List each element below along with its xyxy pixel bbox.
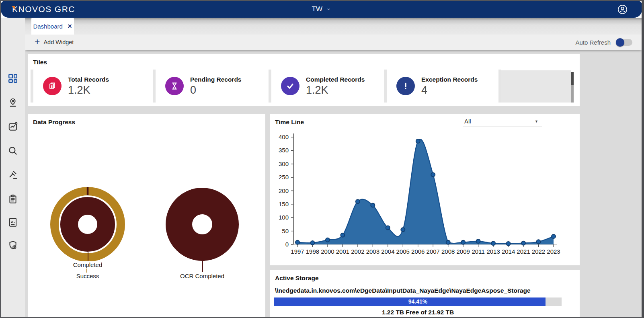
storage-path: \\nedgedata.in.knovos.com\eDgeData\Input… [275, 287, 531, 294]
tile-label: Completed Records [306, 76, 365, 83]
svg-text:2006: 2006 [411, 248, 425, 255]
user-menu-button[interactable] [617, 4, 628, 14]
brand-primary: KNOVOS [11, 4, 52, 14]
clipboard-icon [8, 194, 18, 204]
shield-user-icon [8, 240, 18, 250]
add-widget-label: Add Widget [43, 39, 74, 45]
storage-free-label: 1.22 TB Free of 21.92 TB [274, 309, 562, 316]
timeline-chart[interactable]: 0501001502002503003504001997199820002001… [270, 130, 580, 265]
tile-total-records: Total Records 1.2K [33, 70, 150, 103]
svg-text:2013: 2013 [486, 248, 500, 255]
svg-text:250: 250 [279, 174, 289, 181]
auto-refresh-toggle[interactable] [616, 39, 632, 46]
leader-line [202, 261, 203, 272]
tiles-scrollbar [571, 72, 574, 103]
timeline-filter-select[interactable]: All ▼ [463, 117, 542, 127]
tile-value: 1.2K [68, 84, 109, 96]
tile-divider [31, 70, 33, 103]
chevron-down-icon: ⌄ [326, 6, 331, 10]
svg-text:150: 150 [279, 201, 289, 207]
toggle-knob [616, 38, 624, 47]
workspace-selector[interactable]: TW ⌄ [312, 1, 331, 18]
dashboard-grid-icon [8, 73, 18, 84]
tiles-panel: Tiles Total Records 1.2K [28, 54, 580, 106]
search-icon [8, 146, 18, 156]
close-icon[interactable]: ✕ [68, 23, 72, 29]
sidebar-item-analytics[interactable] [8, 121, 18, 132]
timeline-panel: Time Line All ▼ 050100150200250300350400… [270, 114, 580, 265]
tile-placeholder [501, 70, 571, 103]
svg-text:2009: 2009 [456, 248, 470, 255]
tile-pending-records: Pending Records 0 [156, 70, 272, 103]
report-document-icon [8, 217, 18, 228]
donut-label-ocr-completed: OCR Completed [170, 273, 234, 280]
sidebar-item-search[interactable] [8, 146, 18, 156]
tiles-scrollbar-thumb[interactable] [571, 72, 574, 85]
svg-text:2008: 2008 [441, 248, 455, 255]
tile-exception-records: Exception Records 4 [387, 70, 503, 103]
tile-completed-records: Completed Records 1.2K [271, 70, 388, 103]
donut-chart-ocr[interactable] [162, 184, 242, 265]
brand-secondary: GRC [55, 4, 75, 14]
svg-text:2001: 2001 [336, 248, 349, 255]
add-widget-button[interactable]: + Add Widget [35, 35, 74, 50]
tiles-section-title: Tiles [33, 59, 47, 66]
exclamation-icon [396, 77, 415, 95]
analytics-chart-icon [8, 121, 18, 132]
svg-text:50: 50 [282, 228, 289, 234]
svg-text:1997: 1997 [291, 248, 304, 255]
tile-value: 1.2K [306, 84, 365, 96]
sidebar-item-admin[interactable] [8, 240, 18, 250]
data-progress-title: Data Progress [33, 119, 75, 126]
user-icon [617, 4, 628, 14]
sidebar-item-legal[interactable] [8, 170, 18, 180]
tab-dashboard[interactable]: Dashboard ✕ [31, 18, 74, 35]
active-storage-title: Active Storage [275, 275, 319, 282]
svg-text:350: 350 [279, 147, 289, 154]
sidebar-item-dashboard[interactable] [8, 73, 18, 84]
workspace-label: TW [312, 5, 322, 13]
svg-text:100: 100 [279, 214, 289, 221]
svg-text:0: 0 [285, 241, 289, 248]
svg-text:2000: 2000 [321, 248, 334, 255]
tile-label: Exception Records [421, 76, 478, 83]
svg-text:2011: 2011 [472, 248, 485, 255]
auto-refresh-label: Auto Refresh [575, 39, 611, 46]
svg-text:2021: 2021 [517, 248, 530, 255]
tile-label: Pending Records [190, 76, 241, 83]
svg-text:2022: 2022 [532, 248, 545, 255]
active-storage-panel: Active Storage \\nedgedata.in.knovos.com… [270, 270, 580, 317]
sidebar-item-reports[interactable] [8, 217, 18, 228]
timeline-title: Time Line [275, 119, 304, 126]
caret-down-icon: ▼ [535, 119, 538, 123]
auto-refresh-control: Auto Refresh [575, 35, 632, 50]
donut-label-completed: Completed [55, 261, 120, 269]
storage-percent-label: 94.41% [274, 297, 562, 306]
svg-text:2014: 2014 [502, 248, 515, 255]
svg-text:200: 200 [279, 187, 289, 194]
brand-logo: KNOVOS GRC [11, 1, 75, 18]
svg-text:2023: 2023 [547, 248, 560, 255]
tile-divider [153, 70, 156, 103]
svg-text:300: 300 [279, 160, 289, 167]
storage-progress-bar: 94.41% [274, 297, 562, 306]
hourglass-icon [165, 77, 184, 95]
timeline-filter-value: All [464, 118, 471, 125]
documents-icon [43, 77, 62, 95]
svg-text:2007: 2007 [427, 248, 440, 255]
check-icon [281, 77, 299, 95]
svg-text:400: 400 [279, 133, 289, 140]
svg-text:1998: 1998 [306, 248, 319, 255]
dashboard-toolbar: + Add Widget Auto Refresh [25, 35, 642, 50]
svg-text:2002: 2002 [351, 248, 364, 255]
leader-line [88, 252, 88, 261]
sidebar-item-data-map[interactable] [8, 97, 18, 108]
tile-label: Total Records [68, 76, 109, 83]
sidebar-item-tasks[interactable] [8, 194, 18, 204]
tab-bar: Dashboard ✕ [25, 18, 642, 35]
location-pin-icon [8, 97, 18, 108]
donut-label-success: Success [55, 273, 120, 280]
plus-icon: + [35, 37, 40, 47]
app-window: KNOVOS GRC TW ⌄ [0, 0, 644, 318]
svg-text:2005: 2005 [396, 248, 410, 255]
